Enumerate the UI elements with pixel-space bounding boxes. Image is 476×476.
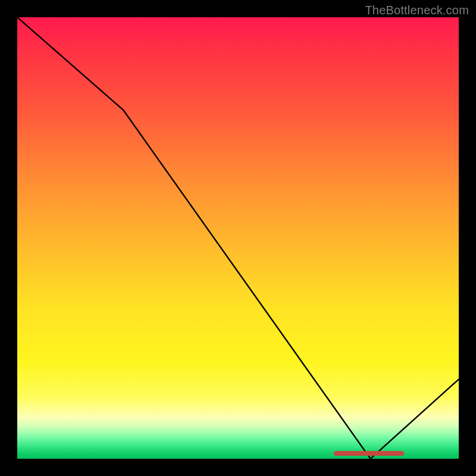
optimal-range-marker bbox=[334, 451, 404, 456]
watermark-text: TheBottleneck.com bbox=[365, 4, 469, 17]
background-gradient bbox=[17, 17, 459, 459]
plot-area bbox=[17, 17, 459, 459]
chart-frame: TheBottleneck.com bbox=[0, 0, 476, 476]
